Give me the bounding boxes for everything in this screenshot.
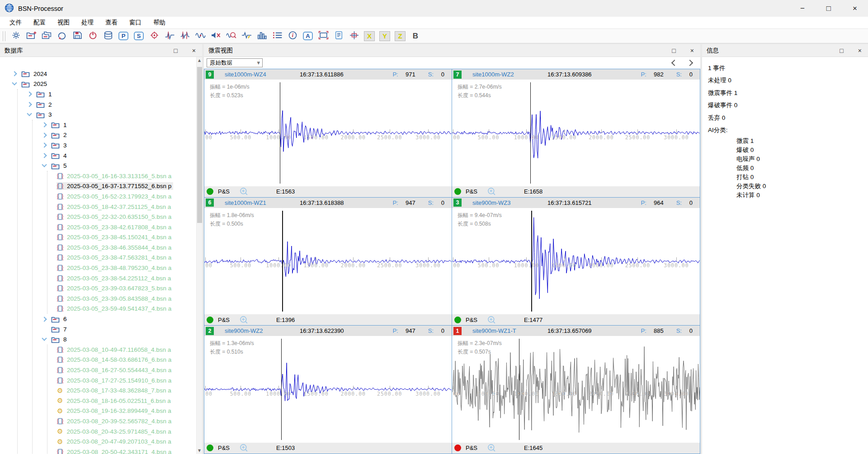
panel-close-icon[interactable]: × — [192, 47, 196, 54]
tree-folder[interactable]: 3 — [42, 140, 196, 151]
save-report-button[interactable] — [70, 30, 85, 42]
tree-folder[interactable]: 5 — [42, 161, 196, 171]
tree-file[interactable]: ⚙2025-03-08_20-47-49.207103_4.bsn a — [57, 436, 196, 447]
tree-folder[interactable]: 1 — [42, 120, 196, 130]
open-folders-button[interactable] — [39, 30, 54, 42]
chevron-collapsed-icon[interactable] — [42, 153, 47, 158]
tree-scrollbar[interactable]: ▲ ▼ — [196, 57, 202, 454]
panel-float-icon[interactable]: □ — [840, 47, 843, 54]
panel-close-icon[interactable]: × — [858, 47, 862, 54]
p-pick-line[interactable] — [282, 211, 283, 312]
refresh-button[interactable] — [54, 30, 70, 42]
zoom-in-icon[interactable] — [240, 316, 248, 324]
report-button[interactable] — [331, 30, 346, 42]
tree-folder[interactable]: 2 — [42, 130, 196, 141]
chevron-expanded-icon[interactable] — [27, 111, 32, 116]
ps-toggle[interactable]: P&S — [466, 188, 477, 195]
chevron-collapsed-icon[interactable] — [42, 143, 47, 148]
channel-name[interactable]: site900m-WZ2 — [225, 327, 300, 334]
chevron-expanded-icon[interactable] — [42, 162, 47, 167]
data-type-select[interactable]: 原始数据 ▼ — [207, 58, 263, 67]
menu-item-view[interactable]: 视图 — [52, 17, 75, 28]
ps-toggle[interactable]: P&S — [218, 317, 230, 323]
tree-folder[interactable]: 6 — [42, 314, 196, 324]
tree-folder[interactable]: 2024 — [12, 69, 196, 79]
tree-file[interactable]: 2025-03-05_22-32-20.635150_5.bsn a — [57, 212, 196, 222]
settings-button[interactable] — [8, 30, 24, 42]
channel-name[interactable]: site900m-WZ3 — [472, 199, 547, 206]
scroll-down-icon[interactable]: ▼ — [197, 447, 202, 454]
next-event-button[interactable] — [687, 60, 693, 66]
menu-item-process[interactable]: 处理 — [75, 17, 99, 28]
tree-file[interactable]: 2025-03-05_23-39-03.647823_5.bsn a — [57, 283, 196, 293]
tree-file[interactable]: 2025-03-05_23-38-48.795230_4.bsn a — [57, 263, 196, 273]
waveform-plot[interactable]: 振幅 = 9.4e-07m/s 长度 = 0.508s 00500.001000… — [452, 208, 700, 315]
tree-file[interactable]: 2025-03-08_20-50-42.343171_4.bsn a — [57, 447, 196, 454]
ps-toggle[interactable]: P&S — [218, 445, 230, 451]
tree-file[interactable]: 2025-03-05_23-38-42.617808_4.bsn a — [57, 222, 196, 232]
scroll-up-icon[interactable]: ▲ — [197, 57, 202, 64]
maximize-button[interactable]: □ — [816, 0, 842, 17]
histogram-button[interactable] — [254, 30, 269, 42]
menu-item-inspect[interactable]: 查看 — [99, 17, 123, 28]
crosshair-button[interactable] — [346, 30, 362, 42]
prev-event-button[interactable] — [671, 60, 678, 66]
chevron-collapsed-icon[interactable] — [12, 71, 17, 76]
tree-file[interactable]: 2025-03-05_23-38-47.563281_4.bsn a — [57, 253, 196, 263]
chevron-collapsed-icon[interactable] — [42, 317, 47, 322]
tree-folder[interactable]: 7 — [42, 324, 196, 335]
chevron-expanded-icon[interactable] — [42, 336, 47, 340]
channel-name[interactable]: site900m-WZ1-T — [472, 327, 547, 334]
tree-folder[interactable]: 2 — [27, 99, 196, 110]
axis-y-button[interactable]: Y — [377, 30, 392, 42]
tree-file[interactable]: 2025-03-05_23-59-49.541437_4.bsn a — [57, 304, 196, 314]
chevron-collapsed-icon[interactable] — [27, 92, 32, 97]
p-phase-button[interactable]: P — [116, 30, 131, 42]
menu-item-window[interactable]: 窗口 — [123, 17, 147, 28]
axis-z-button[interactable]: Z — [392, 30, 408, 42]
zoom-in-icon[interactable] — [487, 316, 496, 324]
p-pick-line[interactable] — [530, 82, 531, 184]
chevron-collapsed-icon[interactable] — [42, 123, 47, 128]
select-region-button[interactable] — [316, 30, 331, 42]
waveform-plot[interactable]: 振幅 = 1.3e-06m/s 长度 = 0.510s 00500.001000… — [204, 336, 452, 443]
smooth-wave-button[interactable] — [193, 30, 208, 42]
panel-float-icon[interactable]: □ — [174, 47, 177, 54]
tree-folder[interactable]: 3 — [27, 109, 196, 120]
tree-file[interactable]: 2025-03-05_23-38-45.150241_4.bsn a — [57, 232, 196, 243]
channel-name[interactable]: site1000m-WZ4 — [225, 71, 300, 78]
menu-item-config[interactable]: 配置 — [28, 17, 52, 28]
tree-file[interactable]: 2025-03-05_23-39-05.843588_4.bsn a — [57, 293, 196, 304]
event-list-button[interactable] — [269, 30, 285, 42]
tree-file[interactable]: 2025-03-08_20-39-52.565782_4.bsn a — [57, 416, 196, 426]
info-button[interactable]: i — [285, 30, 300, 42]
waveform-plot[interactable]: 振幅 = 2.3e-07m/s 长度 = 0.507s 00500.001000… — [452, 336, 700, 443]
add-folder-button[interactable] — [24, 30, 39, 42]
zoom-in-icon[interactable] — [487, 444, 496, 452]
tree-file[interactable]: 2025-03-08_14-58-03.686176_6.bsn a — [57, 355, 196, 365]
menu-item-help[interactable]: 帮助 — [147, 17, 171, 28]
tree-file[interactable]: 2025-03-05_23-38-54.225112_4.bsn a — [57, 273, 196, 284]
tree-file[interactable]: 2025-03-08_16-27-50.554443_4.bsn a — [57, 365, 196, 375]
zoom-in-icon[interactable] — [487, 187, 496, 196]
tree-folder[interactable]: 1 — [27, 89, 196, 99]
scrollbar-thumb[interactable] — [197, 67, 202, 223]
chevron-collapsed-icon[interactable] — [27, 102, 32, 107]
waveform-plot[interactable]: 振幅 = 1.8e-06m/s 长度 = 0.500s 00500.001000… — [204, 208, 452, 315]
tree-file[interactable]: 2025-03-05_16-52-23.179923_4.bsn a — [57, 191, 196, 202]
pick-p-wave-button[interactable] — [162, 30, 177, 42]
tree-folder[interactable]: 2025 — [12, 79, 196, 90]
close-button[interactable]: × — [842, 0, 868, 17]
chevron-collapsed-icon[interactable] — [42, 132, 47, 137]
tree-file[interactable]: ⚙2025-03-08_19-16-32.899449_4.bsn a — [57, 406, 196, 416]
channel-name[interactable]: site1000m-WZ1 — [225, 199, 300, 206]
ps-toggle[interactable]: P&S — [218, 188, 230, 195]
auto-label-button[interactable]: A — [300, 30, 316, 42]
tree-file[interactable]: 2025-03-05_16-16-33.313156_5.bsn a — [57, 171, 196, 181]
locate-event-button[interactable] — [146, 30, 162, 42]
tree-file[interactable]: ⚙2025-03-08_20-43-25.971485_4.bsn a — [57, 426, 196, 437]
wave-filter-button[interactable] — [239, 30, 254, 42]
tree-file[interactable]: 2025-03-08_17-27-25.154910_6.bsn a — [57, 375, 196, 386]
channel-name[interactable]: site1000m-WZ2 — [472, 71, 547, 78]
tree-folder[interactable]: 8 — [42, 334, 196, 345]
